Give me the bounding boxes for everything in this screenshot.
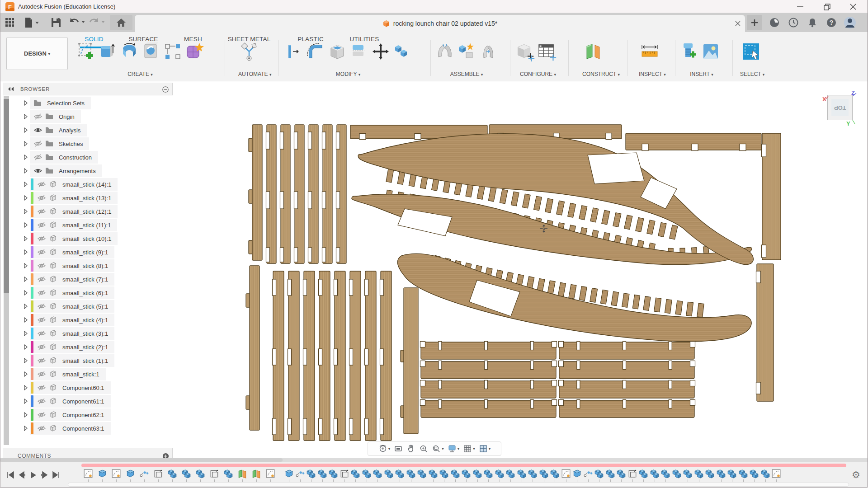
browser-item-smaall-stick-9-1[interactable]: smaall_stick (9):1 <box>22 246 114 258</box>
expand-arrow-icon[interactable] <box>22 100 30 106</box>
visibility-off-icon[interactable] <box>37 262 45 270</box>
timeline-feature-cb-47[interactable] <box>650 469 660 479</box>
timeline-feature-cb-7[interactable] <box>181 469 191 479</box>
timeline-feature-cb-33[interactable] <box>495 469 505 479</box>
visibility-off-icon[interactable] <box>37 329 45 338</box>
expand-arrow-icon[interactable] <box>22 371 30 377</box>
timeline-hscrollbar-thumb[interactable] <box>0 458 283 462</box>
browser-item-smaall-stick-8-1[interactable]: smaall_stick (8):1 <box>22 259 114 272</box>
timeline-feature-sp-41[interactable] <box>583 469 593 479</box>
timeline-feature-cb-50[interactable] <box>683 469 693 479</box>
timeline-feature-cb-30[interactable] <box>461 469 471 479</box>
browser-item-construction[interactable]: Construction <box>22 151 98 164</box>
browser-item-smaall-stick-12-1[interactable]: smaall_stick (12):1 <box>22 205 118 218</box>
expand-arrow-icon[interactable] <box>22 399 30 404</box>
timeline-feature-cb-57[interactable] <box>760 469 770 479</box>
timeline-feature-cb-43[interactable] <box>605 469 615 479</box>
expand-arrow-icon[interactable] <box>22 195 30 201</box>
timeline-feature-cb-54[interactable] <box>727 469 737 479</box>
timeline-feature-cb-22[interactable] <box>373 469 382 479</box>
timeline-feature-ex-3[interactable] <box>125 469 135 479</box>
timeline-feature-sk-58[interactable] <box>771 469 781 479</box>
timeline-feature-ol-19[interactable] <box>340 469 349 479</box>
visibility-off-icon[interactable] <box>37 194 45 202</box>
timeline-feature-cb-26[interactable] <box>417 469 427 479</box>
browser-item-component61-1[interactable]: Component61:1 <box>22 395 111 408</box>
expand-arrow-icon[interactable] <box>22 114 30 119</box>
expand-arrow-icon[interactable] <box>22 290 30 296</box>
expand-arrow-icon[interactable] <box>22 331 30 336</box>
timeline-feature-ol-5[interactable] <box>153 469 163 479</box>
browser-item-smaall-stick-14-1[interactable]: smaall_stick (14):1 <box>22 178 118 191</box>
browser-item-component62-1[interactable]: Component62:1 <box>22 408 111 421</box>
timeline-feature-sk-0[interactable] <box>83 469 93 479</box>
timeline-feature-ex-40[interactable] <box>572 469 582 479</box>
browser-item-smaall-stick-6-1[interactable]: smaall_stick (6):1 <box>22 286 114 299</box>
timeline-feature-ol-45[interactable] <box>627 469 637 479</box>
timeline-feature-cb-31[interactable] <box>472 469 482 479</box>
visibility-off-icon[interactable] <box>37 248 45 256</box>
expand-arrow-icon[interactable] <box>22 127 30 133</box>
timeline-feature-cb-24[interactable] <box>395 469 405 479</box>
timeline-feature-cb-29[interactable] <box>450 469 460 479</box>
visibility-off-icon[interactable] <box>37 207 45 216</box>
browser-item-smaall-stick-3-1[interactable]: smaall_stick (3):1 <box>22 327 114 340</box>
timeline-feature-cb-36[interactable] <box>528 469 538 479</box>
visibility-off-icon[interactable] <box>33 153 42 161</box>
timeline-feature-cb-10[interactable] <box>223 469 233 479</box>
fit-icon[interactable]: ▾ <box>430 444 445 453</box>
timeline-feature-cb-51[interactable] <box>694 469 704 479</box>
timeline-feature-cb-42[interactable] <box>594 469 604 479</box>
visibility-off-icon[interactable] <box>33 140 42 148</box>
timeline-feature-cb-27[interactable] <box>428 469 438 479</box>
design-canvas[interactable] <box>0 0 868 458</box>
timeline-feature-cb-52[interactable] <box>705 469 715 479</box>
browser-item-sketches[interactable]: Sketches <box>22 137 89 150</box>
browser-item-selection-sets[interactable]: Selection Sets <box>22 97 91 109</box>
timeline-feature-sk-39[interactable] <box>561 469 571 479</box>
timeline-feature-cb-49[interactable] <box>672 469 682 479</box>
timeline-feature-cb-17[interactable] <box>317 469 327 479</box>
browser-item-smaall-stick-4-1[interactable]: smaall_stick (4):1 <box>22 314 114 326</box>
expand-arrow-icon[interactable] <box>22 182 30 187</box>
play-button[interactable] <box>29 471 38 481</box>
expand-arrow-icon[interactable] <box>22 358 30 363</box>
visibility-on-icon[interactable] <box>33 167 42 175</box>
timeline-feature-ex-1[interactable] <box>97 469 107 479</box>
look-at-icon[interactable] <box>392 444 404 453</box>
expand-arrow-icon[interactable] <box>22 426 30 431</box>
browser-item-smaall-stick-2-1[interactable]: smaall_stick (2):1 <box>22 341 114 353</box>
visibility-off-icon[interactable] <box>37 370 45 378</box>
timeline-feature-cb-56[interactable] <box>749 469 759 479</box>
visibility-off-icon[interactable] <box>37 302 45 310</box>
expand-arrow-icon[interactable] <box>22 249 30 255</box>
browser-item-smaall-stick-10-1[interactable]: smaall_stick (10):1 <box>22 232 118 245</box>
expand-arrow-icon[interactable] <box>22 277 30 282</box>
zoom-icon[interactable] <box>418 444 429 453</box>
go-to-end-button[interactable] <box>52 471 60 481</box>
timeline-feature-cb-6[interactable] <box>167 469 177 479</box>
browser-item-smaall-stick-1[interactable]: smaall_stick:1 <box>22 368 106 380</box>
timeline-feature-sk-13[interactable] <box>265 469 275 479</box>
expand-arrow-icon[interactable] <box>22 155 30 160</box>
expand-arrow-icon[interactable] <box>22 141 30 146</box>
collapse-panel-icon[interactable] <box>7 86 15 92</box>
display-settings-icon[interactable]: ▾ <box>446 444 461 453</box>
timeline-settings-gear-icon[interactable]: ⚙ <box>852 469 860 480</box>
browser-item-analysis[interactable]: Analysis <box>22 124 87 136</box>
step-forward-button[interactable] <box>40 471 49 481</box>
timeline-feature-cb-28[interactable] <box>439 469 449 479</box>
expand-arrow-icon[interactable] <box>22 209 30 214</box>
visibility-off-icon[interactable] <box>37 221 45 229</box>
timeline-hscrollbar[interactable] <box>0 458 868 462</box>
expand-arrow-icon[interactable] <box>22 317 30 323</box>
timeline-feature-cb-25[interactable] <box>406 469 416 479</box>
browser-item-smaall-stick-1-1[interactable]: smaall_stick (1):1 <box>22 354 114 367</box>
timeline-feature-cb-8[interactable] <box>195 469 205 479</box>
browser-item-arrangements[interactable]: Arrangements <box>22 164 102 177</box>
timeline-feature-cb-48[interactable] <box>660 469 670 479</box>
browser-item-smaall-stick-5-1[interactable]: smaall_stick (5):1 <box>22 300 114 313</box>
timeline-feature-cb-38[interactable] <box>550 469 560 479</box>
timeline-feature-cb-21[interactable] <box>362 469 372 479</box>
timeline-feature-pl-11[interactable] <box>237 469 247 479</box>
